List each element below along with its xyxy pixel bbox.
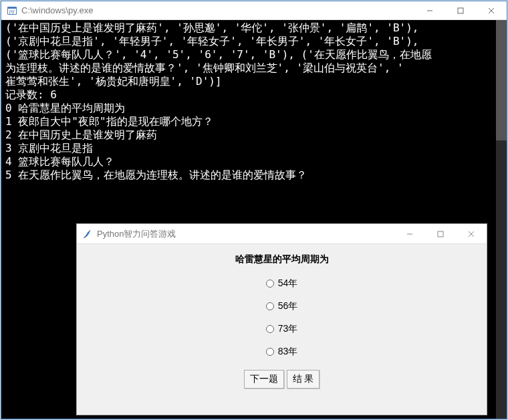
option-1[interactable]: 54年 xyxy=(266,278,298,290)
action-buttons: 下一题 结 果 xyxy=(77,370,487,389)
console-scrollbar[interactable] xyxy=(496,20,507,419)
close-button[interactable] xyxy=(476,1,507,20)
quiz-window-controls xyxy=(394,224,487,243)
console-titlebar: py C:\windows\py.exe xyxy=(1,1,507,20)
option-3[interactable]: 73年 xyxy=(266,323,298,335)
quiz-window: Python智力问答游戏 哈雷慧星的平均周期为 54年 56年 xyxy=(76,223,487,415)
options-group: 54年 56年 73年 83年 xyxy=(77,278,487,358)
quiz-maximize-button[interactable] xyxy=(425,224,456,244)
minimize-button[interactable] xyxy=(414,1,445,20)
console-scrollbar-thumb[interactable] xyxy=(496,20,507,140)
quiz-titlebar: Python智力问答游戏 xyxy=(77,224,487,244)
question-text: 哈雷慧星的平均周期为 xyxy=(77,253,487,266)
console-app-icon: py xyxy=(7,5,17,16)
quiz-title: Python智力问答游戏 xyxy=(97,228,394,240)
result-button[interactable]: 结 果 xyxy=(287,370,320,389)
radio-icon xyxy=(266,325,274,333)
radio-icon xyxy=(266,280,274,288)
quiz-body: 哈雷慧星的平均周期为 54年 56年 73年 83年 下一题 结 果 xyxy=(77,244,487,389)
maximize-button[interactable] xyxy=(445,1,476,20)
next-button[interactable]: 下一题 xyxy=(244,370,284,389)
option-label: 83年 xyxy=(278,346,298,358)
quiz-close-button[interactable] xyxy=(456,224,487,244)
option-2[interactable]: 56年 xyxy=(266,300,298,312)
console-title: C:\windows\py.exe xyxy=(21,5,414,15)
radio-icon xyxy=(266,348,274,356)
radio-icon xyxy=(266,302,274,310)
svg-rect-4 xyxy=(458,8,463,13)
svg-rect-9 xyxy=(438,231,443,237)
quiz-minimize-button[interactable] xyxy=(394,224,425,244)
console-text: ('在中国历史上是谁发明了麻药', '孙思邈', '华佗', '张仲景', '扁… xyxy=(5,21,432,181)
option-label: 54年 xyxy=(278,278,298,290)
feather-icon xyxy=(82,229,93,239)
svg-text:py: py xyxy=(9,9,15,14)
console-window-controls xyxy=(414,1,507,19)
option-label: 56年 xyxy=(278,300,298,312)
option-label: 73年 xyxy=(278,323,298,335)
option-4[interactable]: 83年 xyxy=(266,346,298,358)
